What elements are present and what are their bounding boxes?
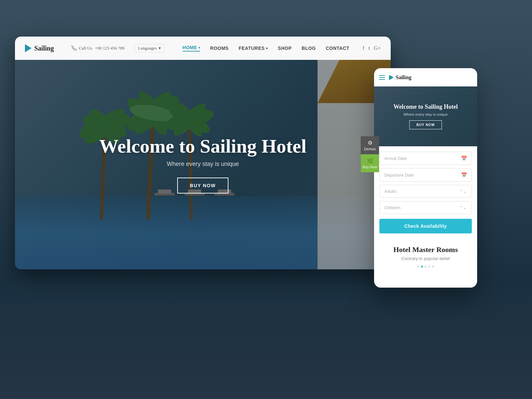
gear-icon: ⚙ (362, 140, 377, 146)
desktop-hero-title: Welcome to Sailing Hotel (99, 136, 306, 157)
mobile-buy-now-button[interactable]: BUY NOW (409, 120, 442, 129)
wave-dot-active (421, 266, 423, 268)
demos-label: Demos (362, 147, 377, 151)
wave-dot (432, 266, 434, 268)
desktop-mockup: Sailing Call Us. +00 123 456 789 Languag… (15, 37, 391, 269)
buy-label: Buy Now (362, 165, 377, 169)
hamburger-line (379, 75, 385, 76)
phone-number: +00 123 456 789 (95, 46, 125, 51)
facebook-icon[interactable]: f (363, 45, 364, 51)
departure-date-field[interactable]: Departure Date 📅 (379, 168, 472, 182)
mobile-nav: Sailing (374, 68, 477, 86)
children-placeholder: Children (384, 205, 400, 210)
children-select[interactable]: Children ⌃⌄ (379, 201, 472, 214)
nav-link-features[interactable]: FEATURES ▾ (239, 46, 268, 51)
hotel-section-title: Hotel Master Rooms (379, 245, 472, 254)
nav-link-home[interactable]: HOME ▾ (183, 45, 200, 52)
arrival-date-field[interactable]: Arrival Date 📅 (379, 152, 472, 165)
mobile-hotel-section: Hotel Master Rooms Contrary to popular b… (374, 239, 477, 273)
nav-link-shop[interactable]: SHOP (278, 46, 292, 51)
phone-label: Call Us. (79, 46, 93, 51)
calendar-icon: 📅 (461, 172, 467, 178)
wave-dot (425, 266, 427, 268)
check-availability-button[interactable]: Check Availability (379, 219, 472, 233)
hamburger-line (379, 77, 385, 78)
phone-icon (71, 46, 77, 51)
logo-triangle-icon (25, 44, 32, 52)
chevron-down-icon: ▾ (159, 46, 161, 51)
desktop-logo: Sailing (25, 44, 65, 52)
desktop-hero: Welcome to Sailing Hotel Where every sta… (15, 60, 391, 269)
chevron-icon: ⌃⌄ (460, 189, 467, 194)
desktop-buy-now-button[interactable]: BUY NOW (177, 178, 228, 194)
desktop-nav-links: HOME ▾ ROOMS FEATURES ▾ SHOP BLOG CONTAC… (183, 45, 349, 52)
hero-content: Welcome to Sailing Hotel Where every sta… (99, 136, 306, 194)
wave-dot (428, 266, 430, 268)
desktop-logo-text: Sailing (34, 45, 54, 52)
desktop-phone: Call Us. +00 123 456 789 (71, 46, 124, 51)
calendar-icon: 📅 (461, 156, 467, 161)
mobile-hero-subtitle: Where every stay is unique (404, 112, 448, 116)
side-buttons: ⚙ Demos 🌿 Buy Now (361, 136, 379, 172)
language-label: Languages (138, 46, 157, 51)
buy-now-side-button[interactable]: 🌿 Buy Now (361, 154, 379, 172)
nav-link-blog[interactable]: BLOG (302, 46, 316, 51)
mobile-hero-title: Welcome to Sailing Hotel (393, 103, 458, 111)
language-dropdown[interactable]: Languages ▾ (134, 44, 164, 53)
wave-decoration (379, 266, 472, 268)
social-icons: f t G+ (363, 45, 381, 51)
googleplus-icon[interactable]: G+ (374, 45, 381, 51)
leaf-icon: 🌿 (362, 158, 377, 164)
hamburger-menu-icon[interactable] (379, 75, 385, 80)
mobile-hero: Welcome to Sailing Hotel Where every sta… (374, 86, 477, 146)
mobile-logo-text: Sailing (396, 74, 411, 80)
wave-dot (417, 266, 419, 268)
mobile-booking-form: Arrival Date 📅 Departure Date 📅 Adults ⌃… (374, 146, 477, 239)
hotel-section-subtitle: Contrary to popular belief (379, 256, 472, 261)
nav-link-contact[interactable]: CONTACT (326, 46, 349, 51)
twitter-icon[interactable]: t (368, 45, 370, 51)
mobile-mockup: Sailing Welcome to Sailing Hotel Where e… (374, 68, 477, 288)
arrival-date-placeholder: Arrival Date (384, 156, 407, 161)
desktop-hero-subtitle: Where every stay is unique (99, 161, 306, 168)
svg-point-5 (85, 120, 125, 133)
nav-link-rooms[interactable]: ROOMS (210, 46, 228, 51)
chevron-down-icon: ▾ (199, 46, 200, 50)
adults-select[interactable]: Adults ⌃⌄ (379, 185, 472, 198)
adults-placeholder: Adults (384, 189, 396, 194)
chevron-icon: ⌃⌄ (460, 205, 467, 210)
mobile-logo: Sailing (389, 74, 411, 80)
demos-button[interactable]: ⚙ Demos (361, 136, 379, 154)
departure-date-placeholder: Departure Date (384, 173, 414, 178)
hamburger-line (379, 79, 385, 80)
desktop-nav: Sailing Call Us. +00 123 456 789 Languag… (15, 37, 391, 60)
chevron-down-icon: ▾ (266, 47, 268, 50)
mobile-logo-triangle-icon (389, 75, 394, 80)
